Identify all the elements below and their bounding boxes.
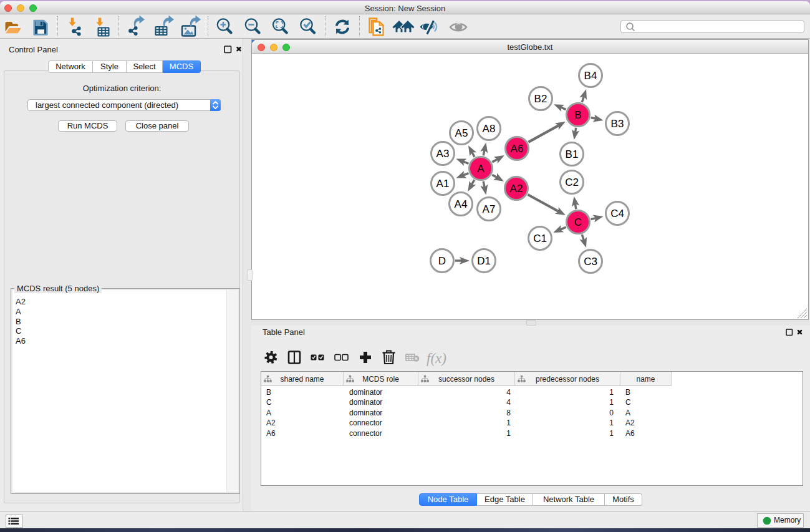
svg-text:f(x): f(x) — [427, 351, 446, 366]
svg-text:A8: A8 — [483, 123, 496, 135]
svg-text:A4: A4 — [455, 198, 468, 210]
svg-text:C1: C1 — [533, 233, 547, 244]
svg-text:A1: A1 — [436, 178, 450, 190]
svg-text:D: D — [438, 255, 446, 267]
svg-text:A: A — [477, 163, 485, 175]
svg-text:C3: C3 — [584, 256, 597, 268]
svg-text:C: C — [574, 216, 582, 228]
svg-text:C4: C4 — [610, 208, 624, 220]
svg-text:B4: B4 — [584, 70, 597, 82]
svg-text:D1: D1 — [477, 255, 491, 267]
svg-text:A2: A2 — [510, 183, 523, 195]
svg-text:A6: A6 — [511, 143, 524, 155]
svg-text:B: B — [574, 109, 581, 121]
svg-text:B2: B2 — [534, 93, 547, 105]
svg-text:A3: A3 — [436, 148, 450, 160]
svg-text:C2: C2 — [565, 177, 579, 188]
svg-text:A7: A7 — [483, 203, 496, 215]
svg-text:B1: B1 — [566, 148, 579, 160]
svg-text:B3: B3 — [611, 118, 624, 130]
svg-text:A5: A5 — [455, 127, 468, 139]
